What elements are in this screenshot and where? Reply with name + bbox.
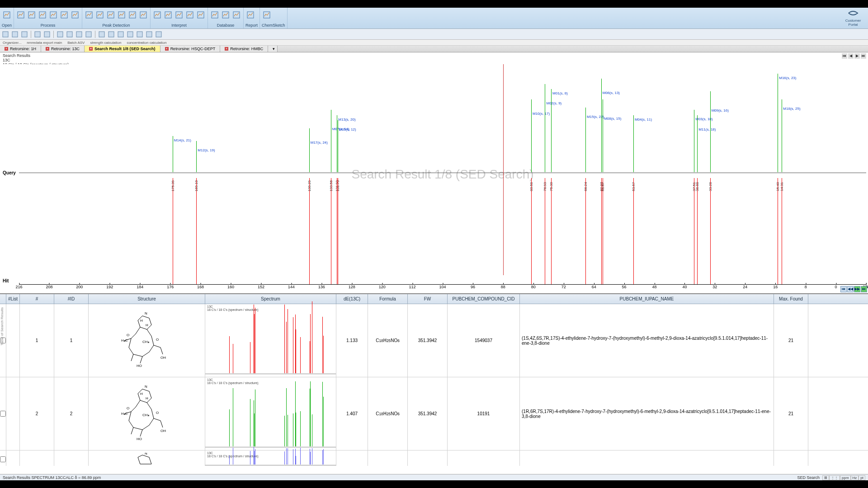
status-button-Hz[interactable]: Hz — [851, 475, 859, 480]
col-header--[interactable]: # — [20, 294, 54, 304]
zoom-fit-button[interactable] — [75, 30, 83, 38]
ribbon-label: Interpret — [152, 22, 206, 28]
customer-portal-link[interactable]: Customer Portal — [842, 9, 864, 27]
peak-label: M01(s, 8) — [552, 91, 568, 95]
status-button-ppm[interactable]: ppm — [840, 475, 851, 480]
wave2-button[interactable] — [27, 10, 37, 20]
status-button-⋮⋮[interactable]: ⋮⋮ — [829, 475, 840, 480]
nav-last[interactable]: ⏭ — [861, 53, 866, 59]
col-header-formula[interactable]: Formula — [368, 294, 408, 304]
a4-button[interactable] — [126, 30, 134, 38]
col-header--id[interactable]: #ID — [54, 294, 89, 304]
table-row[interactable]: 11NH₃COHOOHOCH₃HH13C18 C's / 18 C's (spe… — [0, 304, 868, 377]
query-peak — [697, 115, 698, 173]
a2-button[interactable] — [107, 30, 115, 38]
a5-button[interactable] — [136, 30, 144, 38]
tab-close-icon[interactable]: × — [225, 47, 228, 51]
tb3-item[interactable]: strength calculation — [90, 41, 121, 45]
axis-tick: 32 — [712, 285, 717, 289]
tb3-item[interactable]: concentration calculation — [127, 41, 166, 45]
row-checkbox[interactable] — [0, 377, 6, 450]
mini-peak — [255, 308, 255, 373]
spec-nav-next[interactable]: ▶▶ — [854, 286, 860, 292]
zoom-sel-icon — [85, 31, 92, 38]
undo-button[interactable] — [33, 30, 42, 38]
a7-button[interactable] — [155, 30, 163, 38]
tb3-item[interactable]: Organizer... — [3, 41, 21, 45]
open-button[interactable] — [11, 30, 19, 38]
int2-button[interactable] — [163, 10, 173, 20]
results-grid[interactable]: #List##IDStructureSpectrumdE(13C)Formula… — [0, 294, 868, 466]
save-button[interactable] — [20, 30, 28, 38]
spec-nav-prev[interactable]: ◀◀ — [847, 286, 854, 292]
tab-retrorsine-hsqc-dept[interactable]: ×Retrorsine: HSQC-DEPT — [160, 46, 221, 52]
peak3-button[interactable] — [106, 10, 116, 20]
cell-de — [336, 450, 368, 466]
col-header-de-13c-[interactable]: dE(13C) — [336, 294, 368, 304]
int5-button[interactable] — [196, 10, 206, 20]
wave3-button[interactable] — [38, 10, 47, 20]
status-button-pt[interactable]: pt — [859, 475, 865, 480]
tab-close-icon[interactable]: × — [5, 47, 8, 51]
wave1-button[interactable] — [16, 10, 26, 20]
tab-retrorsine-13c[interactable]: ×Retrorsine: 13C — [41, 46, 85, 52]
peak6-button[interactable] — [138, 10, 148, 20]
int1-button[interactable] — [152, 10, 162, 20]
col-header-structure[interactable]: Structure — [89, 294, 205, 304]
tb3-item[interactable]: Batch ASV — [67, 41, 85, 45]
col-header-pubchem-compound-cid[interactable]: PUBCHEM_COMPOUND_CID — [448, 294, 520, 304]
new-button[interactable] — [1, 30, 9, 38]
tab-retrorsine-hmbc[interactable]: ×Retrorsine: HMBC — [220, 46, 268, 52]
axis-tick: 144 — [288, 285, 295, 289]
wave6-button[interactable] — [70, 10, 80, 20]
col-header-pubchem-iupac-name[interactable]: PUBCHEM_IUPAC_NAME — [520, 294, 774, 304]
peak5-button[interactable] — [127, 10, 137, 20]
table-row[interactable]: N13C18 C's / 18 C's (spectrum / structur… — [0, 450, 868, 466]
status-button-⊞[interactable]: ⊞ — [822, 475, 829, 480]
tab-label: Retrorsine: 13C — [51, 47, 80, 51]
col-header--list[interactable]: #List — [6, 294, 20, 304]
redo-button[interactable] — [43, 30, 51, 38]
db1-button[interactable] — [210, 10, 220, 20]
table-row[interactable]: 22NH₃COHOOHOCH₃HH13C18 C's / 18 C's (spe… — [0, 377, 868, 450]
row-checkbox[interactable] — [0, 450, 6, 466]
nav-next[interactable]: ▶ — [854, 53, 860, 59]
hit-peak — [603, 178, 603, 284]
tab-search-result-1-8-sed-search-[interactable]: ×Search Result 1/8 (SED Search) — [85, 46, 160, 52]
tb3-item[interactable]: nmredata export main — [27, 41, 62, 45]
spec-nav-first[interactable]: ⏮ — [840, 286, 847, 292]
int3-button[interactable] — [174, 10, 184, 20]
cs1-button[interactable] — [262, 10, 272, 20]
col-header-fw[interactable]: FW — [408, 294, 448, 304]
int4-button[interactable] — [185, 10, 195, 20]
col-header-spectrum[interactable]: Spectrum — [205, 294, 336, 304]
a1-button[interactable] — [98, 30, 106, 38]
peak2-button[interactable] — [95, 10, 105, 20]
cell-num: 2 — [20, 377, 54, 450]
col-header-max-found[interactable]: Max. Found — [774, 294, 808, 304]
a6-button[interactable] — [145, 30, 153, 38]
rep1-button[interactable] — [245, 10, 255, 20]
tab-retrorsine-1h[interactable]: ×Retrorsine: 1H — [0, 46, 41, 52]
zoom-in-button[interactable] — [56, 30, 64, 38]
folder-open-button[interactable] — [2, 10, 12, 20]
tab-close-icon[interactable]: × — [165, 47, 169, 51]
tab-close-icon[interactable]: × — [89, 47, 93, 51]
a3-button[interactable] — [117, 30, 125, 38]
peak4-button[interactable] — [117, 10, 127, 20]
zoom-out-button[interactable] — [66, 30, 74, 38]
tab-close-icon[interactable]: × — [46, 47, 49, 51]
db2-button[interactable] — [221, 10, 231, 20]
svg-rect-37 — [146, 32, 152, 37]
zoom-sel-button[interactable] — [85, 30, 93, 38]
wave5-button[interactable] — [59, 10, 69, 20]
spectrum-view[interactable]: Query Hit Search Result 1/8 (SED Search)… — [0, 64, 868, 294]
nav-first[interactable]: ⏮ — [842, 53, 847, 59]
a1-icon — [99, 31, 105, 38]
tab-dropdown[interactable]: ▾ — [268, 46, 278, 52]
wave4-button[interactable] — [48, 10, 58, 20]
peak1-button[interactable] — [84, 10, 94, 20]
db3-button[interactable] — [231, 10, 241, 20]
spec-nav-last[interactable]: ⏭ — [861, 286, 867, 292]
nav-prev[interactable]: ◀ — [848, 53, 854, 59]
